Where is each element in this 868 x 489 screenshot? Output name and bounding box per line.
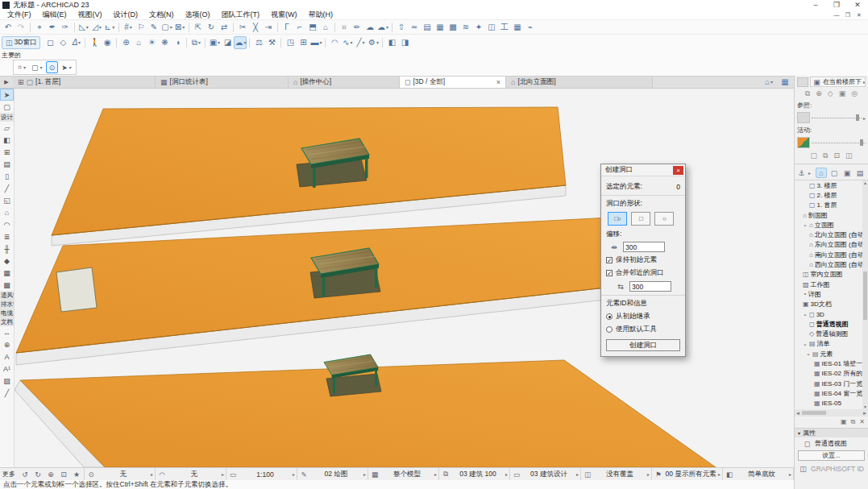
tree-horizontal-scrollbar[interactable]: ◄ ► xyxy=(795,409,868,416)
3d-window-button[interactable]: ◫ 3D窗口 xyxy=(2,36,40,49)
guide-lines[interactable]: ◺ ▾ xyxy=(77,21,90,34)
pop-up-navigator[interactable]: ⌂ ▾ xyxy=(762,76,775,89)
menu-item[interactable]: 选项(O) xyxy=(180,10,216,19)
explore-model[interactable]: ◉ xyxy=(101,36,114,49)
polyline-tool[interactable]: ╱ ▾ xyxy=(354,36,367,49)
mdi-restore-button[interactable]: ❐ xyxy=(842,12,853,19)
keep-original-checkbox-row[interactable]: ✓ 保持初始元素 xyxy=(606,255,680,265)
reference-color-button[interactable] xyxy=(797,112,810,123)
profile-manager[interactable]: 工 xyxy=(498,21,511,34)
item[interactable] xyxy=(116,38,117,48)
selection-rect[interactable]: ▢ ▾ xyxy=(29,61,45,73)
virtual-trace[interactable]: ◳ xyxy=(284,36,297,49)
cloud-options[interactable]: ☁ ▾ xyxy=(376,21,389,34)
view-tab[interactable]: ⌂ [北向立面图] xyxy=(506,77,653,88)
zone-tool[interactable]: ▩ xyxy=(0,279,14,291)
snap-guides[interactable]: ◿ ▾ xyxy=(90,21,103,34)
text-tool[interactable]: A xyxy=(0,350,14,363)
morph-tool[interactable]: ◆ xyxy=(0,255,14,267)
column-tool[interactable]: ▯ xyxy=(0,170,14,182)
view-forward[interactable]: ↻ xyxy=(32,468,44,481)
item[interactable] xyxy=(118,23,119,32)
line-tool[interactable]: ╱ xyxy=(0,387,14,399)
menu-item[interactable]: 设计(D) xyxy=(108,10,144,19)
arc-tool[interactable]: ◠ xyxy=(328,36,341,49)
view-tab[interactable]: ◻ [3D / 全部] × xyxy=(400,77,506,88)
mdi-minimize-button[interactable]: — xyxy=(831,12,842,19)
reference-expand-icon[interactable]: ▸ xyxy=(863,115,866,121)
redo[interactable]: ↷ xyxy=(15,21,27,34)
radio-unselected[interactable] xyxy=(606,326,613,333)
item[interactable] xyxy=(186,38,187,48)
tree-item[interactable]: ⌄ ▤ 元素 xyxy=(795,349,868,358)
properties-header[interactable]: ▾ 属性 xyxy=(795,428,868,437)
trace-align[interactable]: ⊡ xyxy=(833,151,840,160)
item[interactable] xyxy=(74,23,75,32)
chamfer[interactable]: ⌐ xyxy=(293,21,306,34)
tree-item[interactable]: ⌄ ▤ 清单 xyxy=(795,339,868,349)
view-tab[interactable]: ⌂ [操作中心] xyxy=(289,77,400,88)
close-button[interactable]: ✕ xyxy=(847,0,868,10)
radio-selected[interactable] xyxy=(606,313,613,320)
trace-switch[interactable]: ⧉ xyxy=(805,89,810,98)
offset-edge[interactable]: ⬒ xyxy=(306,21,319,34)
trace-options[interactable]: ◎ xyxy=(851,89,858,98)
minimize-button[interactable]: – xyxy=(805,0,826,10)
level-dimension-tool[interactable]: ⊕ xyxy=(0,338,14,350)
view-map-tab[interactable]: ▢ xyxy=(829,168,840,178)
tree-item[interactable]: ⌂ 西向立面图 (自动重建) xyxy=(795,259,868,269)
orientation[interactable]: ◠ 无 ▸ xyxy=(156,468,226,480)
zoom-to-fit[interactable]: ⊕ xyxy=(119,36,132,49)
tree-item[interactable]: ◇ 普通轴测图 xyxy=(795,329,868,338)
tree-item[interactable]: ▢ 1. 首层 xyxy=(795,201,868,210)
stair-tool[interactable]: ≣ xyxy=(0,230,14,242)
mdi-close-button[interactable]: ✕ xyxy=(853,12,865,19)
view-tab[interactable]: ▦ [洞口统计表] xyxy=(156,77,289,88)
tree-item[interactable]: ⌄ ◻ 3D xyxy=(795,309,868,319)
dialog-close-button[interactable]: × xyxy=(673,166,683,175)
dialog-title-bar[interactable]: 创建洞口 × xyxy=(601,164,685,176)
pipe-routing[interactable]: ≋ xyxy=(459,21,472,34)
graphic-override[interactable]: ◫ 没有覆盖 ▸ xyxy=(581,468,652,480)
item[interactable] xyxy=(382,38,383,48)
curtain-wall-tool[interactable]: ▤ xyxy=(0,158,14,170)
active-transparency-slider[interactable] xyxy=(812,139,866,147)
tree-item[interactable]: ▦ IES-03 门一览表 xyxy=(795,379,868,388)
render-settings[interactable]: ❋ xyxy=(158,36,171,49)
bookmark-view[interactable]: ★ xyxy=(71,468,82,481)
gravity[interactable]: ⚐ xyxy=(135,21,147,34)
tree-item[interactable]: ▨ 工作图 xyxy=(795,280,868,289)
merge-openings-checkbox-row[interactable]: ✓ 合并邻近的洞口 xyxy=(606,268,680,278)
distribute[interactable]: ▦ xyxy=(434,21,446,34)
scroll-right-icon[interactable]: ► xyxy=(862,411,867,416)
menu-item[interactable]: 团队工作(T) xyxy=(216,10,266,19)
trace-compare[interactable]: ◫ xyxy=(845,151,853,160)
item[interactable] xyxy=(30,23,31,32)
layouts[interactable]: ⧉ ▾ xyxy=(189,36,202,49)
revision-cloud[interactable]: ☁ xyxy=(363,21,376,34)
item[interactable] xyxy=(249,38,250,48)
roof-tool[interactable]: ⌂ xyxy=(0,206,14,218)
zoom-preset[interactable]: ⊙ 无 ▸ xyxy=(85,468,156,480)
trace-copy[interactable]: ▣ xyxy=(839,89,846,98)
inject-parameters[interactable]: ✑ xyxy=(59,21,72,34)
item[interactable]: 通风管 xyxy=(0,291,14,300)
zone-update[interactable]: ◫ xyxy=(485,21,498,34)
tab-scroll-button[interactable]: ▶ xyxy=(0,77,13,88)
merge-distance-input[interactable]: 300 xyxy=(629,281,671,292)
more-options[interactable]: ⚙ ▾ xyxy=(367,36,380,49)
home-view[interactable]: ⌂ xyxy=(132,36,145,49)
mesh-tool[interactable]: ▦ xyxy=(0,267,14,279)
settings-button[interactable]: 设置... xyxy=(798,450,865,461)
grid-overlay[interactable]: ⊞ xyxy=(297,36,309,49)
wall-tool[interactable]: ▱ xyxy=(0,122,14,134)
trace-add[interactable]: ⊕ xyxy=(816,89,822,98)
split[interactable]: ╳ xyxy=(249,21,262,34)
zoom-in[interactable]: ⊕ xyxy=(45,468,56,481)
checkbox-checked[interactable]: ✓ xyxy=(606,257,613,263)
3d-viewport[interactable]: 创建洞口 × 选定的元素: 0 洞口的形状: □○ □ xyxy=(15,89,794,467)
dimension-style[interactable]: ▭ 03 建筑设计 ▸ xyxy=(510,468,581,480)
tree-item[interactable]: ▢ 3. 楼层 xyxy=(795,180,868,190)
trace-rotate[interactable]: ⧉ xyxy=(823,151,828,160)
tree-item[interactable]: ▦ IES-01 墙壁一览表 xyxy=(795,358,868,368)
